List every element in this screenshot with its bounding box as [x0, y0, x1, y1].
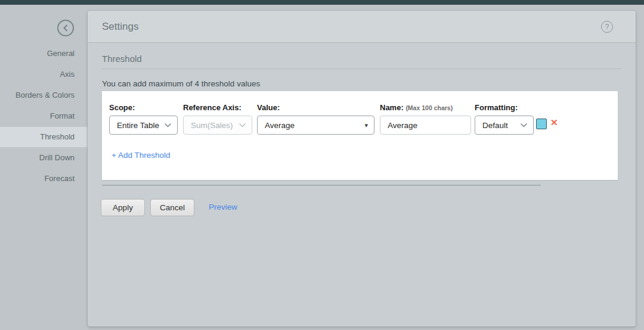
top-bar [0, 0, 644, 5]
sidebar-item-general[interactable]: General [0, 49, 88, 58]
section-title: Threshold [102, 54, 142, 64]
settings-panel: Settings ? Threshold You can add maximum… [88, 11, 636, 326]
name-input[interactable] [380, 116, 471, 135]
value-label: Value: [257, 103, 280, 112]
back-button[interactable] [57, 20, 74, 36]
settings-page: General Axis Borders & Colors Format Thr… [0, 0, 644, 330]
sidebar-item-axis[interactable]: Axis [0, 70, 88, 79]
cancel-button[interactable]: Cancel [150, 199, 194, 216]
add-threshold-link[interactable]: + Add Threshold [112, 151, 170, 160]
chevron-left-icon [62, 24, 69, 32]
page-title: Settings [102, 11, 138, 43]
sidebar-item-format[interactable]: Format [0, 111, 88, 121]
sidebar-item-threshold[interactable]: Threshold [0, 132, 88, 142]
help-icon[interactable]: ? [601, 21, 613, 33]
chevron-down-icon [521, 123, 527, 127]
content-divider [102, 185, 541, 186]
formatting-select[interactable]: Default [475, 116, 534, 135]
reference-axis-label: Reference Axis: [183, 103, 242, 112]
name-label: Name: (Max 100 chars) [380, 103, 453, 112]
delete-threshold-icon[interactable]: ✕ [550, 117, 558, 128]
sidebar-item-drill-down[interactable]: Drill Down [0, 153, 88, 163]
reference-axis-select: Sum(Sales) [183, 116, 252, 135]
scope-label: Scope: [109, 103, 135, 112]
name-maxchars-hint: (Max 100 chars) [405, 104, 453, 111]
scope-select[interactable]: Entire Table [109, 116, 178, 135]
formatting-label: Formatting: [475, 103, 518, 112]
panel-header: Settings ? [88, 11, 636, 43]
chevron-down-icon [239, 123, 246, 127]
chevron-down-icon [165, 123, 171, 127]
sidebar-item-borders-colors[interactable]: Borders & Colors [0, 91, 88, 100]
dropdown-triangle-icon: ▾ [364, 122, 368, 129]
value-select[interactable]: Average ▾ [257, 116, 374, 135]
threshold-hint: You can add maximum of 4 threshold value… [102, 79, 260, 88]
sidebar-item-forecast[interactable]: Forecast [0, 174, 88, 183]
section-divider [102, 69, 621, 69]
preview-link[interactable]: Preview [209, 203, 237, 211]
apply-button[interactable]: Apply [101, 199, 145, 216]
threshold-color-swatch[interactable] [536, 119, 547, 129]
threshold-row-card: Scope: Reference Axis: Value: Name: (Max… [102, 91, 618, 180]
